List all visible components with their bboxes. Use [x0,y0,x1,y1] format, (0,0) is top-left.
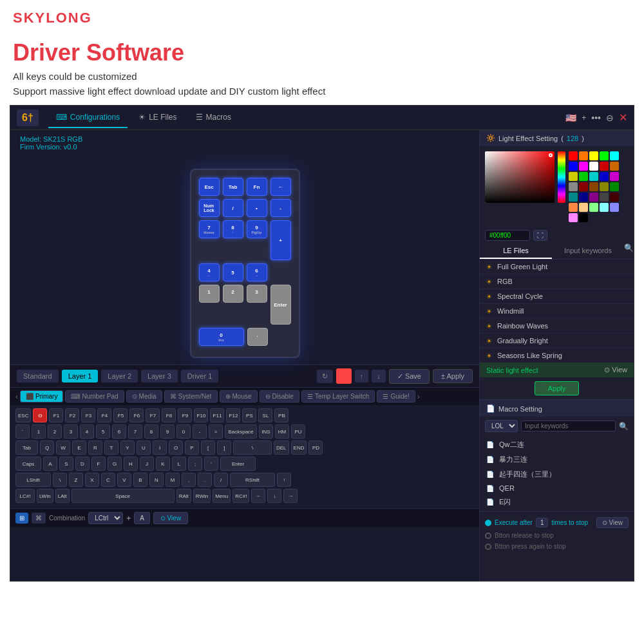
fk-m[interactable]: M [166,473,180,487]
swatch-white[interactable] [589,162,598,171]
macro-search-icon[interactable]: 🔍 [619,422,629,431]
macro-item-4[interactable]: 📄 QER [480,482,634,495]
key-backspace[interactable]: ← [270,178,291,196]
key-tab[interactable]: Tab [223,178,243,196]
fk-pd[interactable]: PD [308,440,323,455]
fk-u[interactable]: U [137,440,151,455]
execute-view-btn[interactable]: ⊙ View [596,517,629,528]
btn-apply[interactable]: ± Apply [433,369,473,383]
macro-search-input[interactable] [521,421,616,431]
fk-rshift[interactable]: RShift [230,473,275,487]
key-dot[interactable]: .Del [247,328,268,346]
fk-z[interactable]: Z [69,473,83,487]
kmap-right-arrow[interactable]: › [417,392,420,401]
fk-rwin[interactable]: RWin [193,489,211,503]
minimize-icon[interactable]: ⊖ [606,113,614,123]
fk-n[interactable]: N [149,473,164,487]
swatch-lgreen[interactable] [589,203,598,212]
swatch-darkyellow[interactable] [569,172,578,181]
bottom-view-btn[interactable]: ⊙ View [153,512,188,524]
btn-layer3[interactable]: Layer 3 [141,370,178,383]
swatch-lpink[interactable] [569,213,578,222]
fk-b[interactable]: B [133,473,147,487]
fk-6[interactable]: 6 [112,424,126,439]
radio-execute-after[interactable] [485,520,491,526]
fk-space[interactable]: Space [71,489,175,503]
key-plus[interactable]: + [270,220,291,260]
key-6[interactable]: 6→ [247,263,267,281]
fk-backslash2[interactable]: \ [53,473,67,487]
swatch-magenta[interactable] [579,162,588,171]
color-gradient-picker[interactable] [485,151,554,203]
key-5[interactable]: 5 [223,263,243,281]
btn-layer-up[interactable]: ↑ [355,370,369,383]
effect-windmill[interactable]: ☀ Windmill [480,304,634,319]
btn-refresh[interactable]: ↻ [317,370,333,383]
key-slash[interactable]: / [223,199,243,217]
key-fn[interactable]: Fn [247,178,267,196]
kmap-disable[interactable]: ⊖ Disable [260,390,299,402]
kmap-primary[interactable]: ⬛ Primary [20,390,63,402]
hue-bar[interactable] [558,151,565,203]
fk-ins[interactable]: INS [259,424,273,439]
key-4[interactable]: 4← [199,263,220,281]
btn-save[interactable]: ✓ Save [389,369,430,384]
fk-tab[interactable]: Tab [15,440,38,455]
key-7[interactable]: 7Home [199,220,220,238]
fk-f2[interactable]: F2 [65,408,79,422]
fk-0[interactable]: 0 [176,424,191,439]
fk-f11[interactable]: F11 [210,408,224,422]
btn-driver1[interactable]: Driver 1 [181,370,219,383]
swatch-darkcyan[interactable] [589,172,598,181]
fk-fwdslash[interactable]: / [214,473,228,487]
effect-spectral-cycle[interactable]: ☀ Spectral Cycle [480,289,634,304]
fk-menu[interactable]: Menu [213,489,231,503]
macro-item-2[interactable]: 📄 暴力三连 [480,452,634,467]
swatch-purple[interactable] [589,193,598,202]
fk-5[interactable]: 5 [96,424,110,439]
fk-left[interactable]: ← [251,489,265,503]
swatch-red[interactable] [569,151,578,160]
key-0[interactable]: 0Ins [199,328,244,346]
kmap-temp-layer[interactable]: ☰ Temp Layer Switch [301,390,375,402]
dot-menu-icon[interactable]: ••• [591,113,601,123]
btn-layer-down[interactable]: ↓ [372,370,386,383]
fk-2[interactable]: 2 [48,424,62,439]
fk-sl[interactable]: SL [258,408,272,422]
swatch-darkgreen[interactable] [579,172,588,181]
fk-theta[interactable]: Θ [33,408,47,422]
tab-macros[interactable]: ☰ Macros [188,108,239,128]
btn-layer2[interactable]: Layer 2 [101,370,138,383]
radio-btn-release[interactable] [485,533,491,539]
le-search-icon[interactable]: 🔍 [624,243,634,259]
fk-f7[interactable]: F7 [146,408,160,422]
close-icon[interactable]: ✕ [619,111,627,124]
fk-hm[interactable]: HM [275,424,289,439]
fk-3[interactable]: 3 [64,424,78,439]
key-1[interactable]: 1End. [199,285,220,303]
fk-backspace[interactable]: Backspace [225,424,257,439]
swatch-blue[interactable] [569,162,578,171]
fk-y[interactable]: Y [120,440,135,455]
fk-w[interactable]: W [56,440,70,455]
static-view-btn[interactable]: ⊙ View [604,366,627,374]
kmap-media[interactable]: ⊙ Media [126,390,162,402]
key-esc[interactable]: Esc [199,178,220,196]
key-2[interactable]: 2↓ [223,285,243,303]
key-asterisk[interactable]: • [247,199,267,217]
fk-period[interactable]: . [198,473,212,487]
fk-s[interactable]: S [59,457,73,471]
fk-enter[interactable]: Enter [220,457,256,471]
swatch-darkblue[interactable] [600,172,609,181]
combo-select[interactable]: LCtrl [88,512,123,524]
fk-i[interactable]: I [153,440,167,455]
fk-pu[interactable]: PU [291,424,305,439]
macro-lol-select[interactable]: LOL [485,420,518,432]
fk-f1[interactable]: F1 [49,408,63,422]
fk-d[interactable]: D [75,457,90,471]
fk-f8[interactable]: F8 [162,408,176,422]
swatch-lblue[interactable] [610,203,619,212]
fk-f5[interactable]: F5 [113,408,128,422]
swatch-gray[interactable] [569,182,578,191]
fk-c[interactable]: C [101,473,115,487]
